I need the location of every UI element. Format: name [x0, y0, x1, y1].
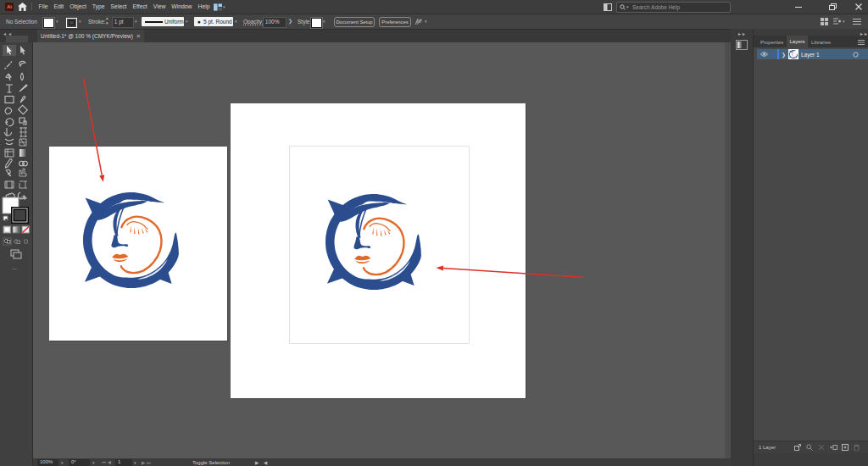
svg-text:...: ... [12, 264, 17, 270]
